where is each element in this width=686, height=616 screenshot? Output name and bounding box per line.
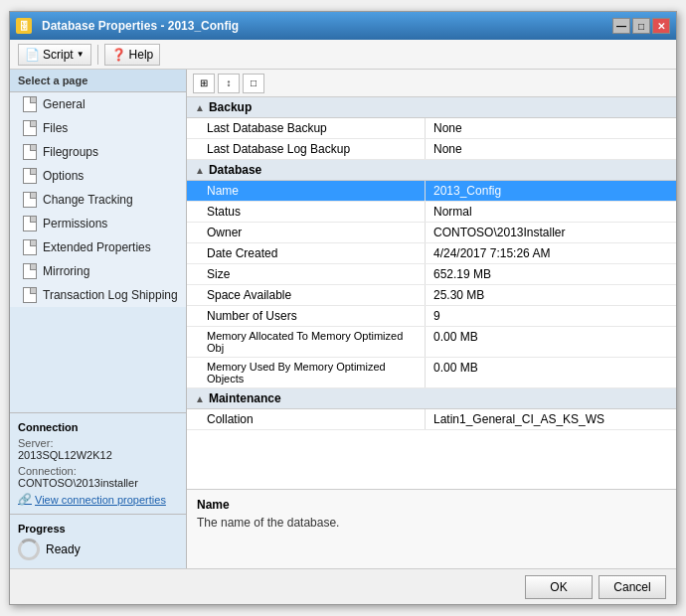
- options-icon: [22, 168, 38, 184]
- description-panel: Name The name of the database.: [187, 489, 676, 568]
- script-button[interactable]: 📄 Script ▼: [18, 44, 91, 66]
- connection-label: Connection:: [18, 465, 178, 477]
- sidebar-label-transaction-log: Transaction Log Shipping: [43, 288, 178, 302]
- sidebar: Select a page General Files Filegroups O…: [10, 70, 187, 568]
- script-icon: 📄: [25, 48, 40, 62]
- prop-row-num-users[interactable]: Number of Users 9: [187, 306, 676, 327]
- desc-title: Name: [197, 498, 666, 512]
- prop-value-name: 2013_Config: [426, 181, 676, 201]
- sidebar-label-extended-properties: Extended Properties: [43, 240, 151, 254]
- help-label: Help: [129, 48, 154, 62]
- prop-value-num-users: 9: [426, 306, 676, 326]
- prop-value-owner: CONTOSO\2013Installer: [426, 223, 676, 242]
- database-collapse-arrow: ▲: [195, 165, 205, 176]
- maintenance-group-label: Maintenance: [209, 391, 281, 405]
- progress-spinner: [18, 539, 40, 560]
- prop-value-collation: Latin1_General_CI_AS_KS_WS: [426, 409, 676, 429]
- maintenance-collapse-arrow: ▲: [195, 393, 205, 404]
- backup-collapse-arrow: ▲: [195, 102, 205, 113]
- prop-row-size[interactable]: Size 652.19 MB: [187, 264, 676, 285]
- sidebar-item-transaction-log[interactable]: Transaction Log Shipping: [10, 283, 186, 307]
- prop-name-date-created: Date Created: [187, 243, 426, 263]
- prop-row-name[interactable]: Name 2013_Config: [187, 181, 676, 202]
- sidebar-label-mirroring: Mirroring: [43, 264, 89, 278]
- view-connection-link[interactable]: 🔗 View connection properties: [18, 493, 178, 506]
- transaction-log-icon: [22, 287, 38, 303]
- properties-toolbar: ⊞ ↕ □: [187, 70, 676, 97]
- sidebar-label-filegroups: Filegroups: [43, 145, 98, 159]
- change-tracking-icon: [22, 192, 38, 208]
- progress-content: Ready: [18, 539, 178, 560]
- main-window: 🗄 Database Properties - 2013_Config — □ …: [9, 11, 677, 605]
- prop-row-mem-used[interactable]: Memory Used By Memory Optimized Objects …: [187, 358, 676, 388]
- prop-row-owner[interactable]: Owner CONTOSO\2013Installer: [187, 223, 676, 243]
- properties-view-button[interactable]: □: [243, 74, 264, 93]
- group-header-maintenance[interactable]: ▲ Maintenance: [187, 388, 676, 409]
- prop-row-collation[interactable]: Collation Latin1_General_CI_AS_KS_WS: [187, 409, 676, 430]
- sidebar-item-filegroups[interactable]: Filegroups: [10, 140, 186, 164]
- prop-row-last-log-backup: Last Database Log Backup None: [187, 139, 676, 160]
- general-icon: [22, 96, 38, 112]
- sidebar-label-general: General: [43, 97, 86, 111]
- sidebar-label-options: Options: [43, 169, 84, 183]
- right-panel: ⊞ ↕ □ ▲ Backup Last Database Backup None…: [187, 70, 676, 568]
- files-icon: [22, 120, 38, 136]
- backup-group-label: Backup: [209, 100, 252, 114]
- window-title: Database Properties - 2013_Config: [42, 19, 239, 33]
- sidebar-item-files[interactable]: Files: [10, 116, 186, 140]
- connection-section: Connection Server: 2013SQL12W2K12 Connec…: [10, 412, 186, 514]
- toolbar-separator: [97, 45, 98, 65]
- prop-value-last-log-backup: None: [426, 139, 676, 159]
- minimize-button[interactable]: —: [612, 18, 630, 34]
- view-connection-label: View connection properties: [35, 494, 166, 506]
- progress-status: Ready: [46, 542, 81, 556]
- prop-row-date-created[interactable]: Date Created 4/24/2017 7:15:26 AM: [187, 243, 676, 264]
- filegroups-icon: [22, 144, 38, 160]
- group-header-backup[interactable]: ▲ Backup: [187, 97, 676, 118]
- prop-value-size: 652.19 MB: [426, 264, 676, 284]
- progress-section: Progress Ready: [10, 514, 186, 568]
- alphabetical-view-button[interactable]: ↕: [218, 74, 240, 93]
- prop-row-mem-allocated[interactable]: Memory Allocated To Memory Optimized Obj…: [187, 327, 676, 358]
- sidebar-item-general[interactable]: General: [10, 92, 186, 116]
- sidebar-label-files: Files: [43, 121, 68, 135]
- group-header-database[interactable]: ▲ Database: [187, 160, 676, 181]
- prop-name-mem-used: Memory Used By Memory Optimized Objects: [187, 358, 426, 387]
- prop-row-space-available[interactable]: Space Available 25.30 MB: [187, 285, 676, 306]
- prop-name-size: Size: [187, 264, 426, 284]
- sidebar-item-extended-properties[interactable]: Extended Properties: [10, 235, 186, 259]
- mirroring-icon: [22, 263, 38, 279]
- properties-table: ▲ Backup Last Database Backup None Last …: [187, 97, 676, 489]
- sidebar-section-title: Select a page: [10, 70, 186, 92]
- sidebar-item-permissions[interactable]: Permissions: [10, 212, 186, 235]
- prop-value-status: Normal: [426, 202, 676, 222]
- sidebar-item-mirroring[interactable]: Mirroring: [10, 259, 186, 283]
- ok-button[interactable]: OK: [525, 575, 593, 599]
- sidebar-item-options[interactable]: Options: [10, 164, 186, 188]
- prop-value-last-db-backup: None: [426, 118, 676, 138]
- app-icon: 🗄: [16, 18, 32, 34]
- prop-name-mem-allocated: Memory Allocated To Memory Optimized Obj: [187, 327, 426, 357]
- close-button[interactable]: ✕: [652, 18, 670, 34]
- database-group-label: Database: [209, 163, 261, 177]
- prop-value-mem-allocated: 0.00 MB: [426, 327, 676, 357]
- prop-row-status[interactable]: Status Normal: [187, 202, 676, 223]
- main-content: Select a page General Files Filegroups O…: [10, 70, 676, 568]
- extended-properties-icon: [22, 239, 38, 255]
- server-value: 2013SQL12W2K12: [18, 449, 178, 461]
- maximize-button[interactable]: □: [632, 18, 650, 34]
- footer: OK Cancel: [10, 568, 676, 604]
- script-label: Script: [43, 48, 74, 62]
- connection-title: Connection: [18, 421, 178, 433]
- prop-row-last-db-backup: Last Database Backup None: [187, 118, 676, 139]
- help-button[interactable]: ❓ Help: [104, 44, 161, 66]
- desc-text: The name of the database.: [197, 516, 666, 530]
- sidebar-label-change-tracking: Change Tracking: [43, 193, 133, 207]
- permissions-icon: [22, 216, 38, 231]
- connection-value: CONTOSO\2013installer: [18, 477, 178, 489]
- sidebar-item-change-tracking[interactable]: Change Tracking: [10, 188, 186, 212]
- prop-name-num-users: Number of Users: [187, 306, 426, 326]
- cancel-button[interactable]: Cancel: [599, 575, 666, 599]
- title-bar: 🗄 Database Properties - 2013_Config — □ …: [10, 12, 676, 40]
- categorized-view-button[interactable]: ⊞: [193, 74, 215, 93]
